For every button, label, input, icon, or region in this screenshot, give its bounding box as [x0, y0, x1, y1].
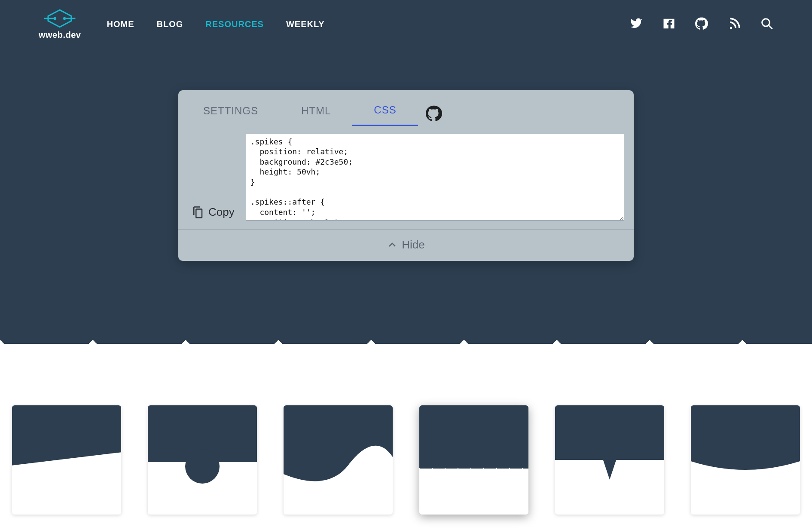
- tab-github[interactable]: [418, 103, 455, 122]
- github-icon: [426, 105, 442, 122]
- search-icon[interactable]: [760, 17, 773, 32]
- nav-link-blog[interactable]: BLOG: [156, 19, 183, 29]
- brand[interactable]: wweb.dev: [39, 9, 81, 40]
- nav-link-home[interactable]: HOME: [107, 19, 134, 29]
- chevron-up-icon: [387, 240, 397, 250]
- nav-icons: [630, 17, 773, 32]
- nav-link-weekly[interactable]: WEEKLY: [286, 19, 325, 29]
- tab-settings[interactable]: SETTINGS: [178, 99, 280, 126]
- twitter-icon[interactable]: [630, 17, 643, 32]
- brand-text: wweb.dev: [39, 30, 81, 40]
- copy-label: Copy: [208, 205, 235, 219]
- separator-card-semicircle[interactable]: [148, 405, 257, 515]
- svg-point-4: [63, 17, 66, 20]
- nav-link-resources[interactable]: RESOURCES: [205, 19, 264, 29]
- separator-card-triangle[interactable]: [555, 405, 664, 515]
- svg-point-3: [54, 17, 56, 20]
- panel-body: Copy: [178, 126, 634, 229]
- hide-button[interactable]: Hide: [178, 229, 634, 261]
- copy-button[interactable]: Copy: [188, 204, 238, 221]
- svg-line-6: [769, 25, 772, 29]
- nav-links: HOME BLOG RESOURCES WEEKLY: [107, 19, 324, 29]
- separator-card-spikes[interactable]: [419, 405, 528, 515]
- top-nav: wweb.dev HOME BLOG RESOURCES WEEKLY: [0, 0, 812, 49]
- separator-card-curved[interactable]: [691, 405, 800, 515]
- svg-point-5: [762, 18, 770, 26]
- tabs: SETTINGS HTML CSS: [178, 90, 634, 126]
- rss-icon[interactable]: [728, 17, 741, 32]
- hide-label: Hide: [402, 238, 424, 251]
- separator-cards: [12, 405, 800, 515]
- tab-html[interactable]: HTML: [280, 99, 352, 126]
- generator-panel: SETTINGS HTML CSS Copy Hide: [178, 90, 634, 261]
- tab-css[interactable]: CSS: [352, 98, 418, 126]
- css-code-textarea[interactable]: [246, 134, 624, 221]
- separator-card-skewed[interactable]: [12, 405, 121, 515]
- copy-icon: [191, 206, 204, 219]
- github-icon[interactable]: [695, 17, 708, 32]
- separator-card-wave[interactable]: [284, 405, 393, 515]
- logo-icon: [43, 9, 77, 28]
- facebook-icon[interactable]: [662, 17, 675, 32]
